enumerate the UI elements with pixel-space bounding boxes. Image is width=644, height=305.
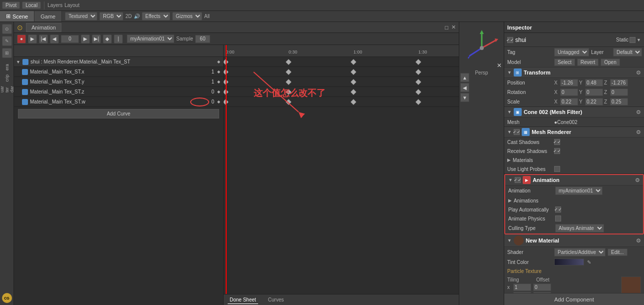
scale-z-input[interactable] <box>610 98 628 106</box>
static-dropdown-icon[interactable]: ▼ <box>637 38 641 42</box>
open-button[interactable]: Open <box>601 58 620 66</box>
add-keyframe-button[interactable]: ◆ <box>103 34 112 44</box>
cast-shadows-checkbox[interactable]: ✓ <box>554 139 560 145</box>
track-diamond-y[interactable]: ◆ <box>216 80 221 84</box>
mesh-filter-header[interactable]: ▼ ▣ Cone 002 (Mesh Filter) ⚙ <box>504 107 644 118</box>
keyframe-z-130[interactable] <box>415 89 421 94</box>
track-row-x[interactable]: Material._Main Tex_ST.x 1 ◆ <box>14 67 223 77</box>
keyframe-z-30[interactable] <box>286 89 291 94</box>
static-checkbox[interactable] <box>630 37 636 43</box>
receive-shadows-checkbox[interactable]: ✓ <box>554 148 560 154</box>
track-row-w[interactable]: Material._Main Tex_ST.w 0 ◆ <box>14 97 223 107</box>
textured-select[interactable]: Textured <box>65 12 97 20</box>
animate-physics-checkbox[interactable] <box>555 216 561 222</box>
curves-tab[interactable]: Curves <box>266 296 286 304</box>
obj-active-checkbox[interactable]: ✓ <box>507 37 513 43</box>
pos-z-input[interactable] <box>610 79 628 86</box>
local-button[interactable]: Local <box>22 2 41 9</box>
keyframe-w-30[interactable] <box>286 99 291 104</box>
left-panel-btn-1[interactable]: ⊙ <box>2 24 12 34</box>
scale-x-input[interactable] <box>560 98 578 106</box>
keyframe-y-130[interactable] <box>415 79 421 84</box>
transform-settings-icon[interactable]: ⚙ <box>636 70 641 76</box>
next-frame-button[interactable]: ▶ <box>81 34 90 44</box>
add-curve-button[interactable]: Add Curve <box>18 109 219 118</box>
animation-enable-checkbox[interactable]: ✓ <box>515 177 521 183</box>
timeline-tracks[interactable]: 这个值怎么改不了 <box>224 57 459 294</box>
scale-y-input[interactable] <box>585 98 603 106</box>
add-event-button[interactable]: | <box>114 34 123 44</box>
animation-clip-select[interactable]: myAnimation01 <box>555 186 603 195</box>
anim-close-icon[interactable]: ✕ <box>451 24 456 30</box>
mesh-renderer-enable[interactable]: ✓ <box>514 129 520 135</box>
play-button[interactable]: ▶ <box>28 34 37 44</box>
new-material-settings-icon[interactable]: ⚙ <box>636 238 641 244</box>
materials-arrow[interactable]: ▶ <box>507 158 511 162</box>
nav-down[interactable]: ▼ <box>460 93 469 102</box>
mesh-filter-settings-icon[interactable]: ⚙ <box>636 109 641 116</box>
timeline-ruler[interactable]: 0:00 0:30 1:00 1:30 2:00 <box>224 45 459 57</box>
record-button[interactable]: ● <box>17 34 26 44</box>
done-sheet-tab[interactable]: Done Sheet <box>228 296 258 304</box>
tag-select[interactable]: Untagged <box>554 48 589 56</box>
left-panel-btn-2[interactable]: ✎ <box>2 36 12 46</box>
track-diamond-w[interactable]: ◆ <box>216 100 221 104</box>
tiling-x-input[interactable] <box>513 284 531 291</box>
offset-x-input[interactable] <box>533 284 551 291</box>
keyframe-parent-130[interactable] <box>415 59 421 64</box>
gizmos-select[interactable]: Gizmos <box>172 12 202 20</box>
keyframe-w-130[interactable] <box>415 99 421 104</box>
animation-component-header[interactable]: ▼ ✓ ▶ Animation ⚙ <box>505 175 643 186</box>
rot-z-input[interactable] <box>610 88 628 96</box>
play-auto-checkbox[interactable]: ✓ <box>555 206 561 212</box>
add-component-button[interactable]: Add Component <box>554 296 594 302</box>
prev-frame-button[interactable]: ◀ <box>50 34 59 44</box>
add-component-bar[interactable]: Add Component <box>504 293 644 305</box>
track-diamond-parent[interactable]: ◆ <box>216 60 221 64</box>
time-input[interactable] <box>61 35 79 43</box>
pos-y-input[interactable] <box>585 79 603 86</box>
mesh-renderer-settings-icon[interactable]: ⚙ <box>636 129 641 136</box>
select-model-button[interactable]: Select <box>554 58 575 66</box>
left-panel-btn-3[interactable]: ⊞ <box>2 48 12 58</box>
pos-x-input[interactable] <box>560 79 578 86</box>
keyframe-y-100[interactable] <box>350 79 356 84</box>
track-row-z[interactable]: Material._Main Tex_ST.z 0 ◆ <box>14 87 223 97</box>
keyframe-x-100[interactable] <box>350 69 356 74</box>
keyframe-w-100[interactable] <box>350 99 356 104</box>
keyframe-parent-100[interactable] <box>350 59 356 64</box>
track-diamond-x[interactable]: ◆ <box>216 70 221 74</box>
edit-shader-button[interactable]: Edit... <box>608 248 628 256</box>
shader-select[interactable]: Particles/Additive <box>554 248 606 256</box>
pivot-button[interactable]: Pivot <box>2 2 20 9</box>
tint-color-swatch[interactable] <box>554 258 584 266</box>
transform-header[interactable]: ▼ ⊞ Transform ⚙ <box>504 68 644 78</box>
track-row-y[interactable]: Material._Main Tex_ST.y 1 ◆ <box>14 77 223 87</box>
nav-left[interactable]: ◀ <box>460 83 469 92</box>
game-tab[interactable]: Game <box>34 11 62 22</box>
tint-color-edit-icon[interactable]: ✎ <box>587 260 591 265</box>
animation-settings-icon[interactable]: ⚙ <box>635 177 640 184</box>
nav-up[interactable]: ▲ <box>460 73 469 82</box>
effects-select[interactable]: Effects <box>142 12 170 20</box>
prev-key-button[interactable]: |◀ <box>39 34 48 44</box>
anim-tab[interactable]: Animation <box>26 23 61 32</box>
scene-tab[interactable]: ⊞ Scene <box>0 11 34 22</box>
keyframe-parent-30[interactable] <box>286 59 291 64</box>
keyframe-z-100[interactable] <box>350 89 356 94</box>
keyframe-x-30[interactable] <box>286 69 291 74</box>
use-light-probes-checkbox[interactable] <box>554 166 560 172</box>
track-diamond-z[interactable]: ◆ <box>216 90 221 94</box>
mesh-renderer-header[interactable]: ▼ ✓ ▦ Mesh Renderer ⚙ <box>504 127 644 138</box>
keyframe-x-130[interactable] <box>415 69 421 74</box>
next-key-button[interactable]: ▶| <box>92 34 101 44</box>
layer-select[interactable]: Default <box>613 48 642 56</box>
parent-track[interactable]: ▼ shui : Mesh Renderer.Material._Main Te… <box>14 57 223 67</box>
rot-x-input[interactable] <box>560 88 578 96</box>
clip-select[interactable]: myAnimation01 <box>127 34 174 43</box>
sample-input[interactable] <box>195 35 210 43</box>
rot-y-input[interactable] <box>585 88 603 96</box>
new-material-header[interactable]: ▼ New Material ⚙ <box>504 234 644 247</box>
culling-type-select[interactable]: Always Animate <box>555 224 604 232</box>
anim-maximize[interactable]: □ <box>445 24 448 30</box>
